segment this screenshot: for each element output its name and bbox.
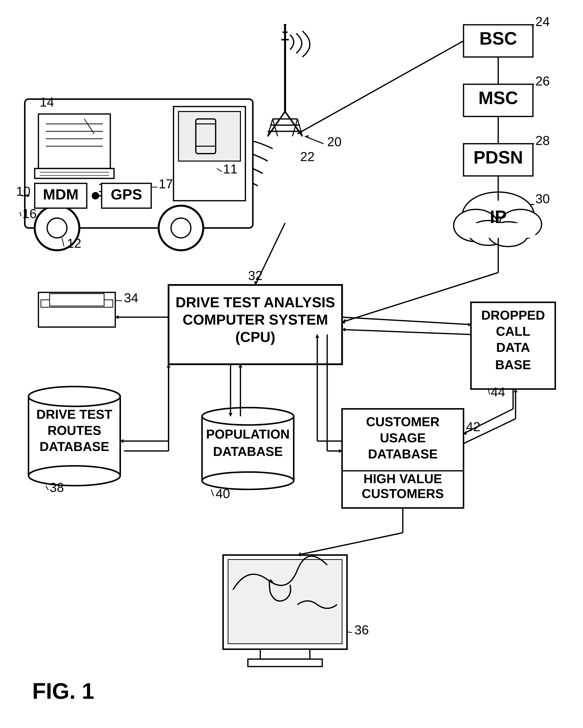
svg-point-88 [28, 466, 120, 486]
svg-text:DRIVE TEST: DRIVE TEST [36, 407, 112, 421]
svg-text:26: 26 [535, 74, 550, 88]
svg-point-100 [202, 408, 294, 425]
svg-text:MSC: MSC [478, 88, 518, 108]
svg-text:IP: IP [490, 207, 507, 227]
svg-line-129 [342, 317, 471, 324]
svg-text:(CPU): (CPU) [235, 329, 275, 345]
svg-text:COMPUTER SYSTEM: COMPUTER SYSTEM [183, 311, 328, 328]
svg-text:CUSTOMERS: CUSTOMERS [362, 487, 444, 501]
svg-text:17: 17 [159, 177, 173, 191]
svg-rect-51 [39, 114, 110, 168]
svg-text:36: 36 [354, 623, 369, 637]
svg-text:BSC: BSC [479, 28, 517, 48]
svg-text:DATABASE: DATABASE [213, 444, 283, 459]
svg-point-47 [47, 218, 67, 238]
svg-text:28: 28 [535, 133, 550, 148]
svg-text:DATABASE: DATABASE [368, 447, 437, 461]
svg-text:30: 30 [535, 191, 550, 206]
svg-text:22: 22 [300, 150, 314, 164]
svg-point-87 [28, 387, 120, 406]
svg-rect-141 [260, 649, 310, 659]
svg-text:HIGH VALUE: HIGH VALUE [364, 471, 442, 486]
svg-rect-142 [248, 659, 322, 667]
svg-text:DATA: DATA [496, 340, 530, 355]
svg-line-38 [298, 41, 463, 134]
svg-text:CALL: CALL [496, 324, 530, 338]
svg-text:20: 20 [327, 134, 341, 149]
svg-text:24: 24 [535, 15, 550, 29]
svg-text:ROUTES: ROUTES [48, 423, 101, 438]
diagram-container: BSC 24 MSC 26 PDSN 28 IP 30 [0, 0, 583, 728]
main-diagram: BSC 24 MSC 26 PDSN 28 IP 30 [0, 0, 583, 728]
svg-text:34: 34 [124, 291, 138, 305]
svg-text:DROPPED: DROPPED [481, 308, 545, 322]
svg-rect-140 [228, 560, 342, 644]
svg-rect-82 [50, 294, 104, 306]
svg-line-131 [342, 330, 471, 335]
svg-text:11: 11 [223, 162, 237, 176]
svg-text:14: 14 [40, 95, 54, 109]
svg-text:POPULATION: POPULATION [206, 427, 289, 441]
svg-line-145 [298, 533, 403, 555]
svg-text:44: 44 [491, 385, 505, 399]
svg-text:DATABASE: DATABASE [40, 439, 109, 454]
fig-label: FIG. 1 [32, 679, 94, 703]
svg-text:12: 12 [67, 236, 81, 251]
svg-text:BASE: BASE [495, 358, 531, 372]
svg-text:PDSN: PDSN [474, 148, 523, 167]
svg-text:CUSTOMER: CUSTOMER [366, 415, 440, 429]
svg-text:16: 16 [22, 206, 37, 221]
svg-rect-57 [35, 168, 114, 178]
svg-text:38: 38 [50, 480, 64, 495]
svg-text:USAGE: USAGE [380, 431, 426, 445]
svg-text:GPS: GPS [111, 186, 142, 203]
svg-text:DRIVE TEST ANALYSIS: DRIVE TEST ANALYSIS [176, 294, 335, 310]
svg-text:MDM: MDM [43, 186, 78, 203]
svg-point-49 [171, 218, 191, 238]
svg-line-147 [255, 223, 285, 285]
svg-text:40: 40 [216, 487, 230, 501]
